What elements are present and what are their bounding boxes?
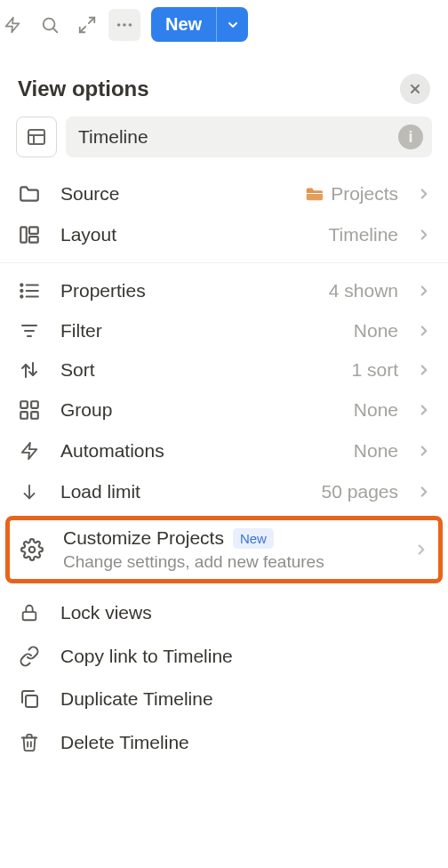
- layout-icon[interactable]: [16, 117, 57, 157]
- layout-option-icon: [16, 223, 43, 246]
- svg-rect-14: [29, 227, 38, 234]
- chevron-right-icon: [416, 227, 432, 243]
- chevron-right-icon: [416, 443, 432, 459]
- panel-header: View options: [0, 68, 448, 117]
- load-limit-label: Load limit: [60, 481, 304, 502]
- duplicate-row[interactable]: Duplicate Timeline: [0, 678, 448, 720]
- filter-row[interactable]: Filter None: [0, 311, 448, 350]
- lock-views-row[interactable]: Lock views: [0, 591, 448, 635]
- svg-rect-32: [23, 612, 36, 620]
- layout-value: Timeline: [328, 224, 398, 245]
- svg-point-7: [129, 23, 132, 27]
- group-icon: [16, 398, 43, 422]
- group-value: None: [354, 399, 398, 421]
- panel-title: View options: [18, 76, 149, 101]
- svg-point-31: [29, 547, 36, 553]
- svg-point-20: [20, 290, 22, 292]
- svg-marker-29: [22, 443, 37, 459]
- view-options-panel: View options Timeline i Source Projects: [0, 51, 448, 765]
- sort-label: Sort: [60, 359, 333, 381]
- source-row[interactable]: Source Projects: [0, 173, 448, 214]
- chevron-right-icon: [416, 186, 432, 202]
- chevron-right-icon: [416, 362, 432, 378]
- layout-row[interactable]: Layout Timeline: [0, 214, 448, 255]
- load-limit-row[interactable]: Load limit 50 pages: [0, 471, 448, 512]
- lock-icon: [16, 601, 43, 624]
- svg-point-5: [117, 23, 121, 27]
- search-icon[interactable]: [34, 9, 66, 41]
- svg-point-6: [123, 23, 126, 27]
- chevron-right-icon: [416, 402, 432, 418]
- customize-row[interactable]: Customize Projects New Change settings, …: [19, 527, 429, 572]
- expand-icon[interactable]: [71, 9, 103, 41]
- duplicate-label: Duplicate Timeline: [60, 688, 213, 710]
- svg-rect-33: [26, 695, 37, 707]
- svg-line-4: [80, 26, 85, 31]
- source-value: Projects: [304, 183, 398, 205]
- folder-orange-icon: [304, 184, 324, 204]
- automations-label: Automations: [60, 440, 336, 462]
- lightning-icon[interactable]: [0, 9, 28, 41]
- new-dropdown[interactable]: [216, 7, 248, 42]
- lightning-icon: [16, 439, 43, 462]
- customize-highlight: Customize Projects New Change settings, …: [5, 516, 443, 583]
- svg-rect-28: [31, 412, 38, 419]
- svg-rect-13: [20, 227, 27, 242]
- load-limit-value: 50 pages: [322, 481, 398, 502]
- filter-value: None: [354, 320, 398, 342]
- list-icon: [16, 279, 43, 302]
- properties-label: Properties: [60, 280, 311, 301]
- arrow-down-icon: [16, 480, 43, 503]
- svg-line-2: [53, 28, 57, 32]
- delete-label: Delete Timeline: [60, 732, 189, 753]
- svg-rect-15: [29, 237, 38, 243]
- folder-icon: [16, 182, 43, 205]
- properties-row[interactable]: Properties 4 shown: [0, 270, 448, 311]
- sort-icon: [16, 359, 43, 381]
- gear-icon: [19, 538, 45, 561]
- view-name-input[interactable]: Timeline i: [66, 117, 432, 157]
- svg-rect-26: [31, 401, 38, 408]
- copy-link-row[interactable]: Copy link to Timeline: [0, 635, 448, 678]
- new-badge: New: [233, 528, 274, 549]
- copy-icon: [16, 688, 43, 710]
- properties-value: 4 shown: [329, 280, 398, 301]
- svg-point-21: [20, 295, 22, 297]
- group-row[interactable]: Group None: [0, 390, 448, 430]
- more-icon[interactable]: [108, 9, 140, 41]
- svg-point-19: [20, 284, 22, 285]
- source-label: Source: [60, 183, 286, 205]
- svg-marker-0: [6, 17, 20, 32]
- toolbar: New: [0, 0, 448, 51]
- close-icon[interactable]: [400, 74, 430, 104]
- delete-row[interactable]: Delete Timeline: [0, 720, 448, 765]
- group-label: Group: [60, 399, 336, 421]
- chevron-right-icon: [413, 542, 429, 558]
- customize-title: Customize Projects: [63, 527, 224, 549]
- info-icon[interactable]: i: [398, 125, 423, 149]
- view-name-text: Timeline: [78, 126, 148, 148]
- new-button-group: New: [151, 7, 248, 42]
- svg-rect-25: [20, 401, 28, 408]
- copy-link-label: Copy link to Timeline: [60, 646, 233, 667]
- sort-row[interactable]: Sort 1 sort: [0, 350, 448, 390]
- svg-line-3: [89, 17, 94, 22]
- automations-value: None: [354, 440, 398, 462]
- layout-label: Layout: [60, 224, 310, 245]
- chevron-right-icon: [416, 283, 432, 299]
- new-button[interactable]: New: [151, 7, 216, 42]
- chevron-right-icon: [416, 484, 432, 500]
- customize-subtitle: Change settings, add new features: [63, 552, 396, 572]
- divider: [0, 262, 448, 263]
- link-icon: [16, 646, 43, 667]
- trash-icon: [16, 731, 43, 754]
- filter-label: Filter: [60, 320, 336, 342]
- chevron-right-icon: [416, 323, 432, 339]
- view-name-row: Timeline i: [0, 117, 448, 173]
- svg-rect-27: [20, 412, 28, 419]
- svg-rect-10: [28, 130, 44, 144]
- sort-value: 1 sort: [351, 359, 398, 381]
- lock-views-label: Lock views: [60, 602, 152, 623]
- automations-row[interactable]: Automations None: [0, 430, 448, 471]
- filter-icon: [16, 320, 43, 342]
